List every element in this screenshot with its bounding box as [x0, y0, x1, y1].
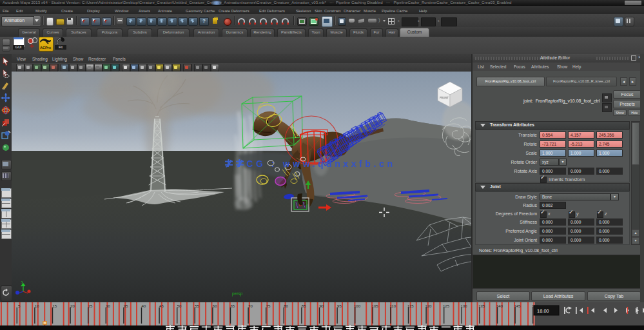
- svg-text:125: 125: [443, 304, 450, 308]
- svg-text:20: 20: [70, 304, 75, 308]
- svg-text:15: 15: [52, 304, 57, 308]
- svg-text:105: 105: [372, 304, 379, 308]
- svg-text:85: 85: [302, 304, 306, 308]
- svg-text:25: 25: [88, 304, 93, 308]
- svg-text:75: 75: [266, 304, 271, 308]
- svg-text:80: 80: [284, 304, 288, 308]
- svg-text:50: 50: [177, 304, 182, 308]
- svg-text:45: 45: [159, 304, 164, 308]
- svg-text:140: 140: [496, 304, 503, 308]
- svg-text:100: 100: [354, 304, 361, 308]
- svg-text:CG : www.qdnxxfb.cn: CG : www.qdnxxfb.cn: [246, 159, 396, 169]
- svg-text:90: 90: [319, 304, 324, 308]
- svg-text:115: 115: [407, 304, 414, 308]
- svg-text:110: 110: [389, 304, 396, 308]
- svg-text:135: 135: [478, 304, 485, 308]
- svg-text:70: 70: [248, 304, 253, 308]
- svg-text:18.00: 18.00: [537, 308, 549, 314]
- svg-text:30: 30: [106, 304, 110, 308]
- svg-text:120: 120: [425, 304, 432, 308]
- svg-text:y: y: [21, 280, 23, 284]
- svg-text:FRONT: FRONT: [440, 96, 449, 99]
- svg-text:95: 95: [337, 304, 342, 308]
- svg-text:persp: persp: [232, 291, 243, 296]
- svg-text:145: 145: [514, 304, 521, 308]
- svg-text:55: 55: [195, 304, 199, 308]
- svg-text:40: 40: [141, 304, 146, 308]
- svg-text:130: 130: [461, 304, 468, 308]
- svg-text:60: 60: [213, 304, 217, 308]
- svg-text:35: 35: [124, 304, 128, 308]
- svg-text:65: 65: [230, 304, 235, 308]
- svg-text:10: 10: [35, 304, 39, 308]
